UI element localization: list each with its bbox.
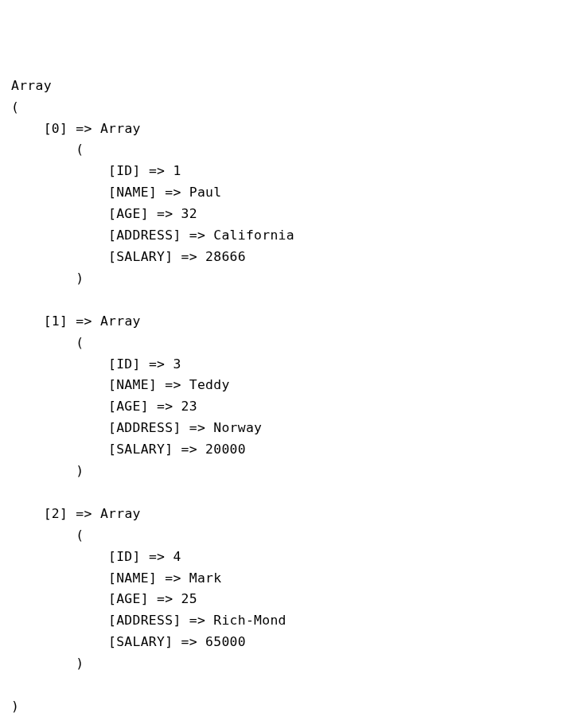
close-paren: ) [11, 696, 563, 718]
key-id: ID [116, 356, 132, 372]
key-name: NAME [116, 185, 149, 200]
value-age: 23 [181, 399, 197, 414]
arrow: => [189, 420, 205, 435]
arrow: => [149, 163, 165, 178]
arrow: => [181, 442, 197, 457]
blank-line [11, 290, 563, 311]
arrow: => [76, 121, 92, 136]
entry-index: 1 [52, 313, 60, 329]
inner-array-word: Array [100, 506, 141, 521]
inner-array-word: Array [100, 313, 141, 329]
arrow: => [181, 634, 197, 649]
entry-0-field-id: [ID] => 1 [11, 161, 563, 182]
key-id: ID [116, 549, 132, 564]
arrow: => [165, 185, 181, 200]
arrow: => [189, 613, 205, 628]
inner-array-word: Array [100, 121, 141, 136]
open-paren: ( [11, 97, 563, 119]
entry-2-field-id: [ID] => 4 [11, 547, 563, 568]
value-salary: 28666 [205, 249, 246, 264]
value-address: Norway [213, 420, 262, 435]
entry-0-close-paren: ) [11, 268, 563, 290]
value-age: 32 [181, 206, 197, 221]
entry-0-header: [0] => Array [11, 119, 563, 140]
arrow: => [181, 249, 197, 264]
arrow: => [165, 570, 181, 586]
value-id: 4 [173, 549, 181, 564]
arrow: => [149, 549, 165, 564]
blank-line [11, 675, 563, 696]
entry-1-field-id: [ID] => 3 [11, 354, 563, 376]
value-salary: 20000 [205, 442, 246, 457]
entry-1-close-paren: ) [11, 461, 563, 482]
value-address: Rich-Mond [213, 613, 286, 628]
value-id: 3 [173, 356, 181, 372]
entry-1-header: [1] => Array [11, 311, 563, 333]
entry-2-header: [2] => Array [11, 504, 563, 525]
entry-index: 0 [52, 121, 60, 136]
key-age: AGE [116, 591, 141, 606]
key-address: ADDRESS [116, 420, 173, 435]
key-name: NAME [116, 377, 149, 392]
array-header: Array [11, 76, 563, 97]
value-address: California [213, 228, 294, 243]
arrow: => [76, 313, 92, 329]
key-salary: SALARY [116, 634, 165, 649]
value-name: Mark [189, 570, 222, 586]
value-age: 25 [181, 591, 197, 606]
arrow: => [165, 377, 181, 392]
value-id: 1 [173, 163, 181, 178]
value-salary: 65000 [205, 634, 246, 649]
arrow: => [149, 356, 165, 372]
entry-1-field-name: [NAME] => Teddy [11, 375, 563, 396]
blank-line [11, 482, 563, 504]
entry-2-field-age: [AGE] => 25 [11, 589, 563, 610]
key-name: NAME [116, 570, 149, 586]
value-name: Teddy [189, 377, 230, 392]
entry-1-field-address: [ADDRESS] => Norway [11, 418, 563, 439]
entry-0-field-address: [ADDRESS] => California [11, 225, 563, 247]
key-salary: SALARY [116, 249, 165, 264]
entry-0-field-age: [AGE] => 32 [11, 204, 563, 225]
entry-1-field-age: [AGE] => 23 [11, 396, 563, 418]
entry-2-open-paren: ( [11, 525, 563, 547]
arrow: => [76, 506, 92, 521]
key-age: AGE [116, 399, 141, 414]
entry-2-close-paren: ) [11, 653, 563, 675]
entry-index: 2 [52, 506, 60, 521]
value-name: Paul [189, 185, 222, 200]
entry-2-field-name: [NAME] => Mark [11, 568, 563, 590]
arrow: => [157, 591, 173, 606]
entry-0-field-name: [NAME] => Paul [11, 182, 563, 204]
php-array-dump: Array( [0] => Array ( [ID] => 1 [NAME] =… [11, 76, 563, 718]
arrow: => [157, 399, 173, 414]
entry-1-open-paren: ( [11, 333, 563, 354]
entry-0-field-salary: [SALARY] => 28666 [11, 247, 563, 268]
arrow: => [157, 206, 173, 221]
arrow: => [189, 228, 205, 243]
entry-0-open-paren: ( [11, 139, 563, 161]
entry-2-field-address: [ADDRESS] => Rich-Mond [11, 610, 563, 632]
key-age: AGE [116, 206, 141, 221]
entry-2-field-salary: [SALARY] => 65000 [11, 632, 563, 653]
key-salary: SALARY [116, 442, 165, 457]
key-address: ADDRESS [116, 228, 173, 243]
key-id: ID [116, 163, 132, 178]
entry-1-field-salary: [SALARY] => 20000 [11, 439, 563, 461]
key-address: ADDRESS [116, 613, 173, 628]
